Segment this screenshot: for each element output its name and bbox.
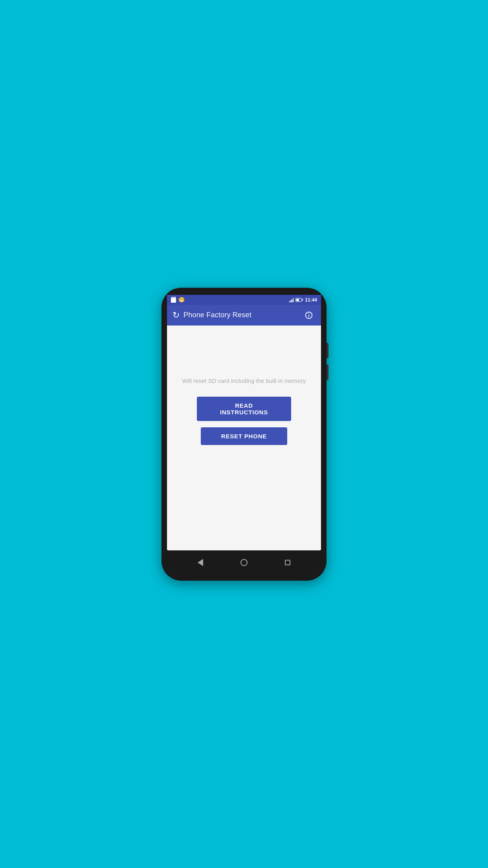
home-icon[interactable] [240,559,248,566]
battery-icon [295,298,303,302]
description-text: Will reset SD card including the built i… [182,377,306,385]
read-instructions-button[interactable]: READ INSTRUCTIONS [197,397,291,421]
status-time: 11:44 [305,297,317,303]
android-icon: 😁 [178,297,185,303]
app-title: Phone Factory Reset [183,311,251,319]
svg-rect-1 [171,297,172,298]
signal-icon [289,298,294,302]
status-bar-left: 😁 [171,297,185,303]
app-bar-left: ↻ Phone Factory Reset [172,311,251,320]
app-bar: ↻ Phone Factory Reset [167,305,321,326]
svg-rect-3 [174,297,174,298]
phone-screen: 😁 11:44 ↻ Phone Factory Reset [167,295,321,550]
svg-rect-0 [171,298,176,303]
back-icon[interactable] [198,559,203,566]
navigation-bar [167,552,321,574]
status-bar-right: 11:44 [289,297,317,303]
status-bar: 😁 11:44 [167,295,321,305]
recent-apps-icon[interactable] [285,560,290,565]
svg-rect-4 [175,297,176,298]
svg-rect-2 [172,297,173,299]
main-content: Will reset SD card including the built i… [167,326,321,550]
info-icon[interactable] [302,309,316,322]
phone-device: 😁 11:44 ↻ Phone Factory Reset [161,288,327,581]
sd-card-icon [171,297,176,303]
refresh-icon[interactable]: ↻ [172,311,180,320]
reset-phone-button[interactable]: RESET PHONE [201,427,287,445]
